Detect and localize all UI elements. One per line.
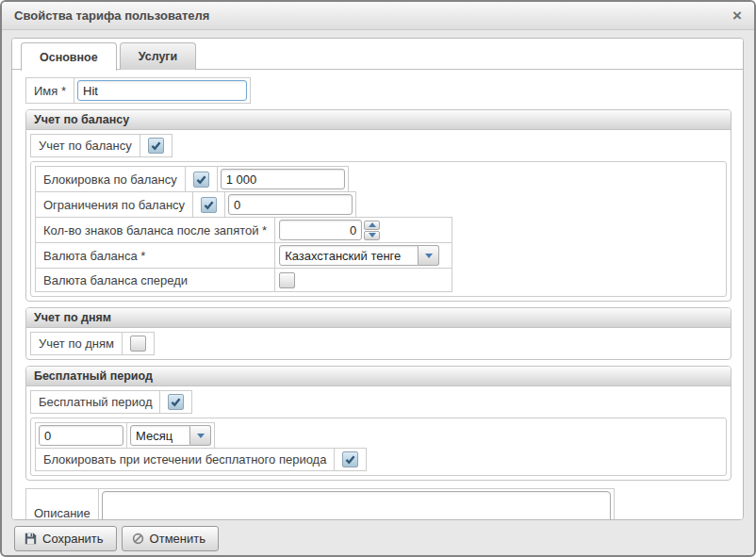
balance-currency-input[interactable] [279,245,419,266]
daily-fieldset: Учет по дням Учет по дням [25,307,731,360]
free-period-block-label: Блокировать при истечении бесплатного пе… [43,452,326,467]
free-period-enable-checkbox-cell [159,391,191,413]
description-label: Описание [34,506,90,520]
free-period-fieldset-title: Бесплатный период [34,369,153,383]
balance-limit-checkbox-cell [192,192,224,217]
balance-limit-field-cell [224,192,355,217]
tab-main-content: Имя * Учет по балансу Учет по балансу [12,70,743,520]
balance-currency-front-label-cell: Валюта баланса спереди [36,269,275,292]
balance-fieldset-title: Учет по балансу [34,113,129,126]
free-period-enable-label: Бесплатный период [39,395,152,409]
tab-panel: Основное Услуги Имя * Учет по балансу [11,38,744,520]
balance-currency-front-field-cell [275,269,452,292]
free-period-enable-label-cell: Бесплатный период [31,391,159,413]
description-textarea[interactable] [102,491,611,520]
free-period-settings-panel: Блокировать при истечении бесплатного пе… [30,418,727,476]
dialog-footer: Сохранить Отменить [2,520,754,551]
free-period-fieldset-body: Бесплатный период [26,386,731,480]
daily-enable-label-cell: Учет по дням [31,333,122,354]
balance-fieldset-body: Учет по балансу [26,130,731,301]
balance-currency-row: Валюта баланса * [36,243,452,269]
balance-enable-label: Учет по балансу [39,139,132,153]
balance-currency-front-checkbox[interactable] [279,272,295,288]
description-label-cell: Описание [26,489,98,520]
daily-fieldset-title: Учет по дням [34,311,111,324]
chevron-down-icon [425,254,433,258]
daily-enable-row: Учет по дням [30,332,155,355]
cancel-button[interactable]: Отменить [122,526,219,551]
tab-main-label: Основное [40,51,98,64]
name-label-cell: Имя * [26,78,74,103]
close-icon[interactable]: × [732,8,742,24]
free-period-enable-row: Бесплатный период [30,390,192,414]
balance-enable-checkbox-cell [140,135,172,156]
balance-currency-label-cell: Валюта баланса * [36,243,275,269]
free-period-fieldset-header: Бесплатный период [26,367,731,386]
balance-currency-label: Валюта баланса * [43,249,145,263]
balance-currency-combo [279,245,448,266]
free-period-duration-cell [36,423,126,448]
name-label: Имя * [34,84,66,98]
tab-strip: Основное Услуги [12,39,743,70]
balance-block-input[interactable] [221,169,345,189]
name-input[interactable] [77,80,247,101]
free-period-unit-input[interactable] [130,425,190,446]
save-button[interactable]: Сохранить [14,526,117,551]
check-icon [203,199,215,211]
free-period-block-row: Блокировать при истечении бесплатного пе… [35,448,367,471]
free-period-duration-input[interactable] [39,425,123,446]
description-field-cell [98,489,614,520]
balance-decimals-label: Кол-во знаков баланса после запятой * [43,223,267,238]
balance-limit-input[interactable] [228,194,353,215]
balance-limit-label: Ограничения по балансу [43,198,185,212]
balance-enable-checkbox[interactable] [148,138,164,154]
check-icon [150,139,162,152]
free-period-fieldset: Бесплатный период Бесплатный период [25,366,731,481]
balance-options-table: Кол-во знаков баланса после запятой * [35,217,452,292]
free-period-unit-combo [130,425,211,446]
balance-currency-field-cell [275,243,452,269]
balance-block-row: Блокировка по балансу [35,166,349,192]
daily-fieldset-body: Учет по дням [26,328,731,359]
balance-decimals-field-cell [275,218,452,243]
balance-decimals-input[interactable] [279,220,362,240]
balance-currency-front-label: Валюта баланса спереди [43,273,188,287]
balance-enable-row: Учет по балансу [30,134,173,157]
description-row: Описание [25,488,615,520]
balance-block-label-cell: Блокировка по балансу [36,167,185,191]
check-icon [170,396,182,408]
save-button-label: Сохранить [42,532,104,546]
balance-block-checkbox[interactable] [193,172,209,188]
free-period-unit-trigger[interactable] [190,425,211,446]
tab-services[interactable]: Услуги [120,42,197,70]
balance-currency-trigger[interactable] [419,245,439,266]
balance-block-label: Блокировка по балансу [43,172,177,187]
balance-enable-label-cell: Учет по балансу [31,135,140,156]
balance-decimals-spinner [279,220,448,240]
balance-fieldset: Учет по балансу Учет по балансу [25,109,731,302]
balance-limit-label-cell: Ограничения по балансу [36,192,192,217]
free-period-enable-checkbox[interactable] [168,394,184,410]
tab-services-label: Услуги [139,50,178,63]
dialog-titlebar[interactable]: Свойства тарифа пользователя × [2,2,754,30]
check-icon [344,453,356,466]
daily-fieldset-header: Учет по дням [26,308,731,328]
chevron-up-icon [369,222,376,227]
daily-enable-checkbox[interactable] [130,336,146,352]
balance-block-field-cell [217,167,348,191]
name-row: Имя * [25,77,251,104]
balance-fieldset-header: Учет по балансу [26,110,731,130]
free-period-duration-row [35,422,215,449]
chevron-down-icon [197,434,205,438]
balance-decimals-row: Кол-во знаков баланса после запятой * [36,218,452,243]
spinner-up-button[interactable] [364,221,380,230]
spinner-down-button[interactable] [364,231,380,240]
save-icon [25,532,37,545]
chevron-down-icon [369,233,376,238]
balance-limit-checkbox[interactable] [201,197,217,213]
free-period-block-label-cell: Блокировать при истечении бесплатного пе… [36,449,334,470]
tab-main[interactable]: Основное [21,42,117,71]
balance-currency-front-row: Валюта баланса спереди [36,269,452,292]
free-period-block-checkbox[interactable] [342,451,358,467]
balance-decimals-label-cell: Кол-во знаков баланса после запятой * [36,218,275,243]
